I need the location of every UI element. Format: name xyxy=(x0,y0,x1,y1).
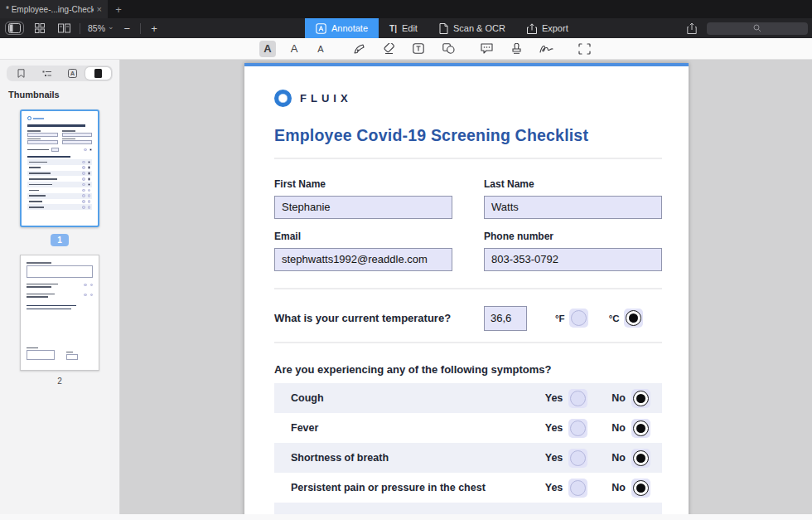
share-icon[interactable] xyxy=(687,22,697,34)
pen-tool-icon[interactable] xyxy=(350,41,367,57)
symptom-row-chest-pain: Persistent pain or pressure in the chest… xyxy=(274,473,662,503)
divider xyxy=(274,342,662,343)
no-label: No xyxy=(611,392,626,404)
tab-bookmarks[interactable] xyxy=(8,67,34,80)
tab-export[interactable]: Export xyxy=(516,18,579,38)
highlight-text-tool[interactable]: A xyxy=(259,41,276,57)
email-field[interactable]: stephwatts1992@readdle.com xyxy=(274,248,452,271)
tab-export-label: Export xyxy=(542,23,568,33)
fever-yes-radio[interactable] xyxy=(568,419,587,438)
symptom-row-fever: Fever Yes No xyxy=(274,413,662,443)
edit-text-icon: T| xyxy=(389,24,397,33)
bookmark-icon xyxy=(17,69,25,78)
stamp-tool-icon[interactable] xyxy=(508,41,524,57)
underline-text-tool[interactable]: A xyxy=(286,41,302,57)
text-box-tool-icon[interactable] xyxy=(410,41,427,57)
zoom-in-button[interactable]: + xyxy=(148,22,160,35)
divider xyxy=(274,288,662,289)
fluix-logo-icon xyxy=(274,90,292,107)
tab-outline[interactable] xyxy=(34,67,60,80)
tab-annotations[interactable]: A xyxy=(60,67,85,80)
cough-no-radio[interactable] xyxy=(631,389,650,408)
annotation-toolbar: A A A xyxy=(0,38,812,60)
cough-yes-radio[interactable] xyxy=(568,389,587,408)
main-toolbar: 85% ⌄ − + Annotate T| Edit Scan & OCR xyxy=(0,18,812,38)
thumbnail-page-2-number: 2 xyxy=(57,377,62,386)
pdf-page-1: FLUIX Employee Covid-19 Screening Checkl… xyxy=(244,63,689,520)
window-bottom-edge xyxy=(0,514,812,520)
no-label: No xyxy=(611,452,626,464)
strikeout-text-tool[interactable]: A xyxy=(312,41,329,57)
symptom-row-shortness-of-breath: Shortness of breath Yes No xyxy=(274,443,662,473)
fahrenheit-label: °F xyxy=(555,313,565,323)
outline-icon xyxy=(42,70,52,78)
thumbnail-page-1[interactable] xyxy=(20,109,99,227)
symptoms-list: Cough Yes No Fever Yes No Shortness of b… xyxy=(244,383,689,520)
zoom-level-value: 85% xyxy=(88,23,105,33)
close-tab-icon[interactable]: × xyxy=(97,5,102,14)
email-label: Email xyxy=(274,231,452,242)
fever-no-radio[interactable] xyxy=(631,419,650,438)
yes-label: Yes xyxy=(545,422,563,434)
toolbar-separator xyxy=(80,23,80,34)
shapes-tool-icon[interactable] xyxy=(440,41,457,57)
zoom-out-button[interactable]: − xyxy=(122,22,133,35)
sidebar: A Thumbnails xyxy=(0,60,120,520)
eraser-tool-icon[interactable] xyxy=(380,41,397,57)
divider xyxy=(274,158,662,159)
tab-scan-ocr-label: Scan & OCR xyxy=(453,23,505,33)
shortness-no-radio[interactable] xyxy=(631,449,650,468)
thumbnail-page-1-preview xyxy=(22,111,98,226)
temperature-question: What is your current temperature? xyxy=(274,312,481,324)
symptom-row-cough: Cough Yes No xyxy=(274,383,662,413)
yes-label: Yes xyxy=(545,482,563,493)
last-name-field[interactable]: Watts xyxy=(484,196,662,219)
scan-document-icon xyxy=(439,23,448,34)
phone-number-field[interactable]: 803-353-0792 xyxy=(484,248,662,271)
fluix-logo-text: FLUIX xyxy=(300,92,352,104)
chevron-down-icon: ⌄ xyxy=(108,23,114,31)
no-label: No xyxy=(611,482,626,493)
last-name-label: Last Name xyxy=(484,178,662,190)
thumbnail-page-2-preview xyxy=(21,255,99,370)
comment-tool-icon[interactable] xyxy=(478,41,495,57)
phone-number-label: Phone number xyxy=(484,231,662,242)
contact-fields: First Name Stephanie Email stephwatts199… xyxy=(274,167,662,271)
annotate-icon xyxy=(316,23,326,34)
thumbnail-page-2[interactable] xyxy=(20,255,99,371)
no-label: No xyxy=(611,422,626,434)
first-name-field[interactable]: Stephanie xyxy=(274,196,452,219)
tab-scan-ocr[interactable]: Scan & OCR xyxy=(428,18,516,38)
fahrenheit-radio[interactable] xyxy=(569,309,588,328)
chest-pain-no-radio[interactable] xyxy=(631,479,650,498)
search-icon xyxy=(753,24,761,32)
sidebar-toggle-icon xyxy=(8,23,21,33)
select-marquee-tool-icon[interactable] xyxy=(576,41,592,57)
tab-bar: * Employee-...ing-Checklist × + xyxy=(0,0,812,18)
document-tab[interactable]: * Employee-...ing-Checklist × xyxy=(0,0,108,18)
temperature-question-row: What is your current temperature? 36,6 °… xyxy=(274,305,662,331)
tab-edit[interactable]: T| Edit xyxy=(379,18,428,38)
page-top-accent-bar xyxy=(244,63,689,66)
temperature-field[interactable]: 36,6 xyxy=(484,306,527,331)
two-page-view-icon[interactable] xyxy=(56,20,72,36)
new-tab-button[interactable]: + xyxy=(108,0,129,18)
document-area: FLUIX Employee Covid-19 Screening Checkl… xyxy=(120,60,812,520)
chest-pain-yes-radio[interactable] xyxy=(568,479,587,498)
tab-thumbnails[interactable] xyxy=(85,67,111,80)
zoom-level-dropdown[interactable]: 85% ⌄ xyxy=(88,23,114,33)
sidebar-segmented-control: A xyxy=(7,66,113,81)
tab-edit-label: Edit xyxy=(402,23,418,33)
document-tab-title: * Employee-...ing-Checklist xyxy=(6,5,94,14)
tab-annotate[interactable]: Annotate xyxy=(305,18,379,38)
document-title: Employee Covid-19 Screening Checklist xyxy=(274,126,662,145)
fluix-logo: FLUIX xyxy=(274,90,662,107)
signature-tool-icon[interactable] xyxy=(538,41,554,57)
sidebar-toggle-button[interactable] xyxy=(5,22,24,35)
symptoms-question: Are you experiencing any of the followin… xyxy=(274,363,662,376)
thumbnail-page-1-number: 1 xyxy=(51,234,69,246)
search-input[interactable] xyxy=(707,22,808,35)
thumbnail-grid-view-icon[interactable] xyxy=(31,20,48,36)
shortness-yes-radio[interactable] xyxy=(568,449,587,468)
celsius-radio[interactable] xyxy=(624,309,643,328)
